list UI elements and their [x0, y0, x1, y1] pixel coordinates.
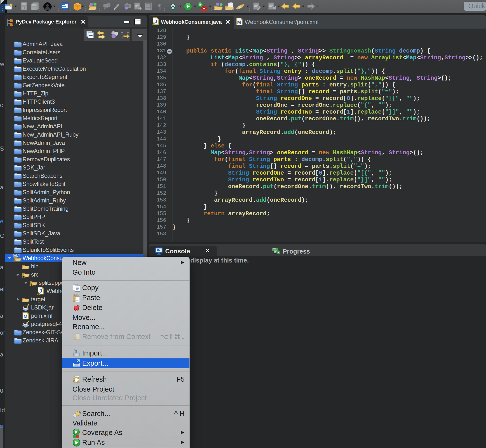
svg-text:M: M: [237, 20, 241, 25]
svg-text:¶: ¶: [158, 2, 162, 10]
svg-text:J: J: [17, 254, 20, 258]
svg-text:M: M: [14, 255, 16, 257]
svg-text:J: J: [40, 288, 42, 294]
svg-text:*: *: [283, 2, 284, 6]
svg-text:J: J: [154, 19, 157, 24]
svg-text:M: M: [24, 314, 27, 319]
